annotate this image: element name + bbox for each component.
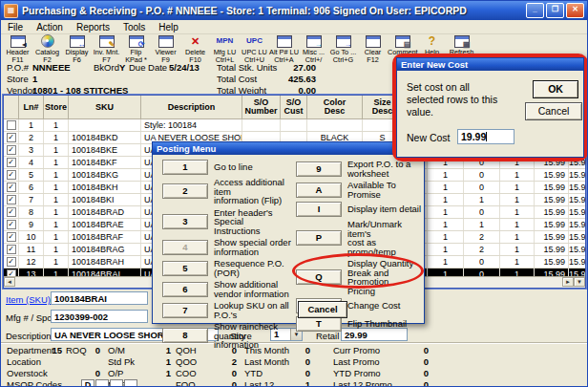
- row-checkbox-cell[interactable]: ✓: [4, 144, 19, 156]
- scroll-right-icon[interactable]: ►: [562, 277, 574, 287]
- row-checkbox-cell[interactable]: ✓: [4, 256, 19, 268]
- stat-value: 0: [195, 379, 237, 387]
- posting-menu-item-8[interactable]: 8Show raincheck quantity information: [162, 322, 292, 350]
- row-checkbox[interactable]: ✓: [7, 145, 16, 155]
- msop-code-box[interactable]: D: [81, 379, 94, 387]
- menu-bar: FileActionReportsToolsHelp: [1, 20, 587, 34]
- toolbar-button-inv-mnt[interactable]: ✎Inv. Mnt.F7: [92, 33, 121, 60]
- row-checkbox[interactable]: ✓: [7, 195, 16, 204]
- posting-menu-item-q[interactable]: QDisplay Quantity Break and Promotion Pr…: [296, 259, 424, 295]
- row-checkbox[interactable]: ✓: [7, 183, 16, 192]
- toolbar-button-alt-p-lu[interactable]: Alt P# LUCtrl+A: [269, 33, 299, 60]
- msop-code-box[interactable]: [110, 379, 123, 387]
- row-checkbox[interactable]: ✓: [7, 170, 16, 180]
- posting-menu-key-button[interactable]: 8: [162, 328, 208, 343]
- posting-menu-item-9[interactable]: 9Export P.O. to a worksheet: [296, 160, 424, 178]
- stat-label: YTD Promo: [333, 368, 381, 378]
- row-checkbox[interactable]: ✓: [7, 133, 16, 142]
- toolbar-button-viewer[interactable]: ViewerF9: [151, 33, 180, 60]
- scroll-left-icon[interactable]: ◄: [4, 277, 15, 287]
- posting-menu-key-button[interactable]: Q: [296, 269, 342, 285]
- posting-menu-key-button[interactable]: 1: [162, 160, 208, 175]
- menu-file[interactable]: File: [1, 22, 30, 32]
- posting-menu-item-t[interactable]: TFlip Thumbnail: [296, 316, 424, 332]
- toolbar-button-catalog[interactable]: CatalogF2: [32, 33, 62, 60]
- msop-code-box[interactable]: [124, 379, 137, 387]
- posting-menu-item-label: Enter header's Special Instructions: [214, 208, 292, 236]
- row-checkbox[interactable]: ✓: [7, 207, 16, 217]
- posting-menu-key-button[interactable]: 9: [296, 161, 342, 177]
- row-checkbox-cell[interactable]: ✓: [4, 182, 19, 193]
- msop-code-box[interactable]: [95, 379, 109, 387]
- posting-menu-item-3[interactable]: 3Enter header's Special Instructions: [162, 208, 292, 236]
- row-checkbox-cell[interactable]: [4, 119, 19, 131]
- posting-menu-item-label: Flip Thumbnail: [347, 319, 407, 329]
- posting-menu-item-6[interactable]: 6Show additional vendor information: [162, 280, 292, 298]
- posting-menu-key-button[interactable]: 6: [162, 282, 208, 297]
- toolbar-button-misc[interactable]: →Misc ...Ctrl+/: [299, 33, 328, 60]
- row-checkbox[interactable]: [7, 120, 16, 130]
- toolbar-button-upc-lu[interactable]: UPCUPC LUCtrl+U: [240, 33, 269, 60]
- posting-menu-item-4[interactable]: 4Show special order information: [162, 238, 292, 256]
- restore-button[interactable]: ❐: [546, 3, 564, 18]
- row-checkbox[interactable]: ✓: [7, 257, 16, 267]
- minimize-button[interactable]: _: [526, 3, 544, 18]
- row-checkbox[interactable]: ✓: [7, 158, 16, 167]
- grid-dropdown-icon[interactable]: ▼: [574, 277, 585, 287]
- posting-menu-key-button[interactable]: 3: [162, 214, 208, 229]
- toolbar-button-go-to[interactable]: →Go To ...Ctrl+G: [328, 33, 358, 60]
- posting-menu-item-i[interactable]: IDisplay item detail: [296, 202, 424, 217]
- new-cost-input[interactable]: 19.99: [457, 129, 514, 144]
- menu-tools[interactable]: Tools: [116, 22, 152, 32]
- posting-menu-key-button[interactable]: I: [296, 202, 342, 217]
- posting-menu-key-button[interactable]: 2: [162, 183, 208, 199]
- menu-reports[interactable]: Reports: [70, 22, 116, 32]
- row-checkbox-cell[interactable]: ✓: [4, 206, 19, 218]
- posting-menu-item-p[interactable]: PMark/Unmark item's cost as promo/temp: [296, 220, 424, 256]
- row-checkbox-cell[interactable]: ✓: [4, 244, 19, 255]
- toolbar-button-mfg-lu[interactable]: MPNMfg LUCtrl+L: [210, 33, 240, 60]
- item-sku-link[interactable]: Item (SKU): [6, 294, 51, 305]
- grid-cell: 1: [500, 182, 535, 193]
- grid-cell: 15.99: [535, 256, 569, 268]
- cancel-button[interactable]: Cancel: [525, 102, 582, 120]
- item-sku-field[interactable]: 100184BRAI: [51, 291, 148, 305]
- grid-cell: [281, 119, 307, 131]
- row-checkbox[interactable]: ✓: [7, 232, 16, 242]
- posting-menu-item-a[interactable]: AAvailable To Promise: [296, 181, 424, 199]
- row-checkbox[interactable]: ✓: [7, 245, 16, 254]
- ok-button[interactable]: OK: [533, 80, 578, 98]
- posting-menu-key-button[interactable]: P: [296, 230, 342, 246]
- row-checkbox-cell[interactable]: ✓: [4, 169, 19, 181]
- posting-menu-item-7[interactable]: 7Lookup SKU on all P.O.'s: [162, 301, 292, 319]
- mfg-field[interactable]: 1230399-002: [51, 310, 148, 323]
- goto-window-icon: →: [328, 34, 358, 48]
- posting-menu-key-button[interactable]: A: [296, 183, 342, 198]
- close-button[interactable]: ✕: [566, 3, 584, 18]
- row-checkbox[interactable]: ✓: [7, 220, 16, 229]
- posting-menu-key-button[interactable]: 5: [162, 261, 208, 276]
- toolbar-button-flip[interactable]: ⟳FlipKPad *: [121, 33, 151, 60]
- posting-menu-key-button[interactable]: 7: [162, 303, 208, 318]
- row-checkbox-cell[interactable]: ✓: [4, 219, 19, 230]
- toolbar-button-display[interactable]: ↔DisplayF6: [62, 33, 92, 60]
- grid-cell: 9: [19, 219, 44, 230]
- posting-menu-cancel-button[interactable]: Cancel: [298, 301, 347, 318]
- posting-menu-item-label: Mark/Unmark item's cost as promo/temp: [347, 220, 424, 256]
- row-checkbox-cell[interactable]: ✓: [4, 157, 19, 168]
- posting-menu-key-button[interactable]: T: [296, 316, 342, 332]
- toolbar-button-header[interactable]: ◂HeaderF11: [3, 33, 32, 60]
- row-checkbox-cell[interactable]: ✓: [4, 231, 19, 243]
- menu-action[interactable]: Action: [30, 22, 70, 32]
- menu-help[interactable]: Help: [152, 22, 185, 32]
- row-checkbox-cell[interactable]: ✓: [4, 132, 19, 143]
- posting-menu-item-label: Access additional item information (Flip…: [214, 178, 292, 205]
- grid-cell: 1: [428, 182, 464, 193]
- toolbar-button-delete[interactable]: ✕DeleteF10: [180, 33, 210, 60]
- posting-menu-item-2[interactable]: 2Access additional item information (Fli…: [162, 178, 292, 205]
- row-checkbox-cell[interactable]: ✓: [4, 194, 19, 205]
- toolbar-button-clear[interactable]: ClearF12: [358, 33, 388, 60]
- posting-menu-item-1[interactable]: 1Go to line: [162, 160, 292, 175]
- posting-menu-item-5[interactable]: 5Resequence P.O. (POR): [162, 259, 292, 277]
- bkord-label: BkOrd: [94, 62, 119, 73]
